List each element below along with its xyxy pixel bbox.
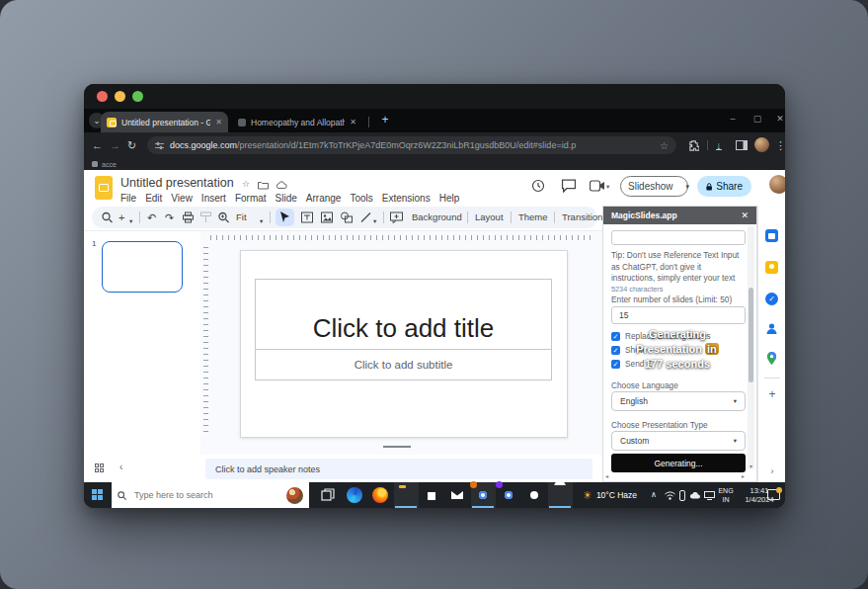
taskbar-search[interactable] xyxy=(112,482,309,508)
menu-insert[interactable]: Insert xyxy=(201,193,226,204)
task-view-icon[interactable] xyxy=(321,488,335,502)
speaker-notes-input[interactable]: Click to add speaker notes xyxy=(205,459,592,479)
contacts-icon[interactable] xyxy=(765,322,778,335)
title-placeholder[interactable]: Click to add title xyxy=(255,279,552,350)
download-icon[interactable]: ↓ xyxy=(716,138,722,150)
tab-untitled-presentation[interactable]: Untitled presentation - Googl ✕ xyxy=(101,112,228,132)
insert-line-icon[interactable] xyxy=(360,210,371,224)
transition-button[interactable]: Transition xyxy=(562,211,602,222)
version-history-icon[interactable] xyxy=(530,179,546,193)
share-button[interactable]: Share xyxy=(697,176,751,197)
slideshow-dropdown-icon[interactable]: ▾ xyxy=(680,183,696,191)
close-tab-icon[interactable]: ✕ xyxy=(350,118,356,126)
minimize-traffic-light[interactable] xyxy=(115,91,125,102)
get-addons-icon[interactable]: + xyxy=(758,387,786,401)
browser-menu-icon[interactable]: ⋮ xyxy=(775,138,785,152)
menu-arrange[interactable]: Arrange xyxy=(306,193,342,204)
scroll-left-icon[interactable]: ◂ xyxy=(605,472,608,479)
notes-resize-handle[interactable] xyxy=(383,446,411,448)
insert-image-icon[interactable] xyxy=(321,210,333,224)
bookmark-item[interactable]: acce xyxy=(102,161,117,168)
comments-icon[interactable] xyxy=(561,179,577,193)
tab-homeopathy[interactable]: Homeopathy and Allopathy Tog ✕ xyxy=(232,112,362,132)
weather-widget[interactable]: ☀ 10°C Haze xyxy=(583,482,637,508)
menu-tools[interactable]: Tools xyxy=(350,193,372,204)
network-icon[interactable] xyxy=(665,491,675,500)
extensions-icon[interactable] xyxy=(688,140,699,151)
undo-icon[interactable]: ↶ xyxy=(147,210,156,224)
menu-view[interactable]: View xyxy=(171,193,193,204)
firefox-icon[interactable] xyxy=(372,487,388,503)
slides-count-input[interactable] xyxy=(611,306,746,324)
search-highlight-image[interactable] xyxy=(286,487,303,504)
subtitle-placeholder[interactable]: Click to add subtitle xyxy=(255,349,552,380)
reload-button[interactable]: ↻ xyxy=(127,138,136,152)
insert-shape-icon[interactable] xyxy=(341,210,353,224)
print-icon[interactable] xyxy=(183,210,194,224)
move-folder-icon[interactable] xyxy=(258,181,269,190)
close-traffic-light[interactable] xyxy=(97,91,108,102)
zoom-fit-dropdown-icon[interactable]: ▾ xyxy=(260,214,263,228)
add-slide-icon[interactable]: + xyxy=(118,210,124,224)
keep-icon[interactable] xyxy=(765,261,778,274)
tray-expand-icon[interactable]: ∧ xyxy=(651,490,657,499)
add-slide-dropdown-icon[interactable]: ▾ xyxy=(129,214,132,228)
presentation-type-select[interactable]: Custom ▾ xyxy=(611,431,746,451)
window-close-button[interactable]: ✕ xyxy=(773,114,785,124)
select-cursor-icon[interactable] xyxy=(279,210,289,224)
start-button[interactable] xyxy=(92,489,103,500)
star-document-icon[interactable]: ☆ xyxy=(242,179,250,189)
scroll-down-icon[interactable]: ▾ xyxy=(748,463,754,469)
panel-horizontal-scrollbar[interactable]: ◂ ▸ xyxy=(605,471,745,480)
address-bar[interactable]: docs.google.com/presentation/d/1Etm7kToT… xyxy=(147,136,676,154)
insert-comment-icon[interactable] xyxy=(390,210,403,224)
account-avatar[interactable] xyxy=(769,175,785,194)
slide-canvas[interactable]: Click to add title Click to add subtitle xyxy=(240,250,568,438)
meet-dropdown-icon[interactable]: ▾ xyxy=(606,183,609,191)
theme-button[interactable]: Theme xyxy=(518,211,548,222)
zoom-in-icon[interactable] xyxy=(218,210,229,224)
redo-icon[interactable]: ↷ xyxy=(165,210,174,224)
tasks-icon[interactable]: ✓ xyxy=(765,293,778,305)
taskbar-search-input[interactable] xyxy=(132,489,280,501)
new-tab-button[interactable]: + xyxy=(377,113,393,128)
edge-icon[interactable] xyxy=(347,487,362,503)
menu-extensions[interactable]: Extensions xyxy=(382,193,431,204)
back-button[interactable]: ← xyxy=(92,138,103,152)
zoom-traffic-light[interactable] xyxy=(132,91,143,102)
collapse-filmstrip-icon[interactable]: ‹ xyxy=(119,462,122,472)
notification-center-icon[interactable] xyxy=(767,489,780,500)
zoom-fit-select[interactable]: Fit xyxy=(236,211,247,222)
side-panel-icon[interactable] xyxy=(736,140,748,150)
cloud-sync-icon[interactable] xyxy=(689,492,701,499)
browser-profile-avatar[interactable] xyxy=(754,137,769,152)
display-icon[interactable] xyxy=(704,491,715,500)
document-title[interactable]: Untitled presentation xyxy=(120,176,234,190)
calendar-icon[interactable] xyxy=(765,229,778,242)
menu-edit[interactable]: Edit xyxy=(145,193,162,204)
window-maximize-button[interactable]: ▢ xyxy=(750,114,764,124)
layout-button[interactable]: Layout xyxy=(475,211,504,222)
bookmark-star-icon[interactable]: ☆ xyxy=(660,140,669,151)
maps-icon[interactable] xyxy=(765,352,778,365)
menu-slide[interactable]: Slide xyxy=(276,193,297,204)
text-box-icon[interactable] xyxy=(301,210,313,224)
search-icon[interactable] xyxy=(102,210,113,224)
line-dropdown-icon[interactable]: ▾ xyxy=(373,214,376,228)
forward-button[interactable]: → xyxy=(110,138,120,152)
grid-view-icon[interactable] xyxy=(95,463,105,473)
slides-app-icon[interactable] xyxy=(95,176,113,200)
menu-format[interactable]: Format xyxy=(235,193,267,204)
site-info-icon[interactable] xyxy=(155,141,164,150)
language-indicator[interactable]: ENG IN xyxy=(716,486,736,504)
background-button[interactable]: Background xyxy=(412,211,462,222)
language-select[interactable]: English ▾ xyxy=(611,391,746,411)
menu-help[interactable]: Help xyxy=(439,193,460,204)
collapse-rail-icon[interactable]: › xyxy=(758,466,786,476)
menu-file[interactable]: File xyxy=(120,193,136,204)
close-panel-icon[interactable]: ✕ xyxy=(741,210,749,220)
scroll-right-icon[interactable]: ▸ xyxy=(742,472,745,479)
window-minimize-button[interactable]: – xyxy=(726,114,740,124)
close-tab-icon[interactable]: ✕ xyxy=(215,118,222,126)
slideshow-button[interactable]: Slideshow ▾ xyxy=(620,176,688,197)
